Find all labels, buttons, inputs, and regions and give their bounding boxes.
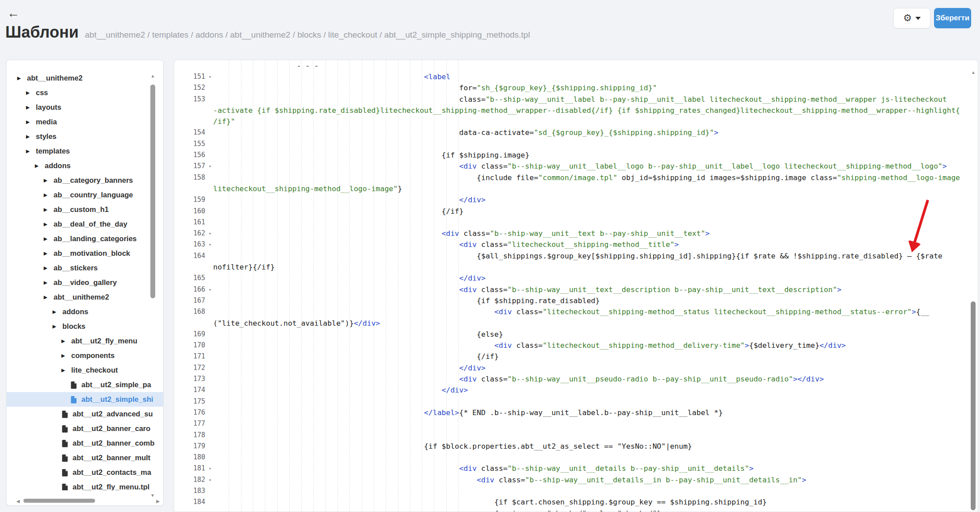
tree-folder-layouts[interactable]: ▶layouts	[7, 100, 163, 115]
tree-file-abt-ut2-contacts-ma[interactable]: abt__ut2_contacts_ma	[7, 465, 163, 480]
code-line-177[interactable]: 177	[174, 418, 978, 429]
code-line-160[interactable]: 160 {/if}	[174, 206, 978, 217]
code-line-179[interactable]: 179 {if $block.properties.abt__ut2_as_se…	[174, 441, 978, 452]
chevron-right-icon[interactable]: ▶	[26, 119, 31, 124]
fold-marker-icon[interactable]: ▾	[209, 161, 211, 172]
code-line-169[interactable]: 169 {else}	[174, 329, 978, 340]
fold-marker-icon[interactable]: ▾	[209, 228, 211, 239]
fold-marker-icon[interactable]: ▾	[209, 71, 211, 82]
tree-folder-abt-unitheme2[interactable]: ▶abt__unitheme2	[7, 71, 163, 85]
tree-folder-abt-unitheme2[interactable]: ▶abt__unitheme2	[7, 290, 163, 304]
tree-folder-lite-checkout[interactable]: ▶lite_checkout	[7, 363, 163, 377]
chevron-right-icon[interactable]: ▶	[44, 251, 49, 256]
tree-folder-ab-motivation-block[interactable]: ▶ab__motivation_block	[7, 246, 163, 261]
code-line-158[interactable]: 158 {include file="common/image.tpl" obj…	[174, 172, 978, 195]
code-line-156[interactable]: 156 {if $shipping.image}	[174, 150, 978, 161]
code-line-partial[interactable]: - - -	[174, 66, 978, 71]
chevron-right-icon[interactable]: ▶	[44, 266, 49, 270]
code-line-162[interactable]: 162▾ <div class="b--ship-way__unit__text…	[174, 228, 978, 239]
code-line-151[interactable]: 151▾ <label	[174, 71, 978, 82]
code-line-155[interactable]: 155	[174, 139, 978, 150]
code-line-165[interactable]: 165 </div>	[174, 273, 978, 284]
code-line-184[interactable]: 184 {if $cart.chosen_shipping.$group_key…	[174, 497, 978, 508]
code-line-176[interactable]: 176 </label>{* END .b--ship-way__unit__l…	[174, 407, 978, 418]
tree-folder-ab-deal-of-the-day[interactable]: ▶ab__deal_of_the_day	[7, 217, 163, 231]
tree-folder-blocks[interactable]: ▶blocks	[7, 319, 163, 334]
tree-file-abt-ut2-advanced-su[interactable]: abt__ut2_advanced_su	[7, 407, 163, 421]
tree-folder-ab-category-banners[interactable]: ▶ab__category_banners	[7, 173, 163, 188]
chevron-right-icon[interactable]: ▶	[61, 353, 67, 358]
code-line-159[interactable]: 159 </div>	[174, 194, 978, 205]
tree-folder-ab-country-language[interactable]: ▶ab__country_language	[7, 188, 163, 202]
tree-file-abt-ut2-simple-pa[interactable]: abt__ut2_simple_pa	[7, 377, 163, 392]
tree-folder-ab-video-gallery[interactable]: ▶ab__video_gallery	[7, 275, 163, 290]
tree-folder-abt-ut2-fly-menu[interactable]: ▶abt__ut2_fly_menu	[7, 334, 163, 348]
chevron-right-icon[interactable]: ▶	[53, 324, 58, 329]
tree-folder-templates[interactable]: ▶templates	[7, 144, 163, 158]
code-line-partial[interactable]: {assign var="checked" value="checked"}	[174, 508, 978, 512]
chevron-right-icon[interactable]: ▶	[17, 76, 23, 81]
chevron-right-icon[interactable]: ▶	[44, 192, 49, 197]
code-line-171[interactable]: 171 {/if}	[174, 351, 978, 362]
fold-marker-icon[interactable]: ▾	[209, 463, 211, 474]
code-line-170[interactable]: 170 <div class="litecheckout__shipping-m…	[174, 340, 978, 351]
tree-folder-components[interactable]: ▶components	[7, 348, 163, 363]
code-line-164[interactable]: 164 {$all_shippings.$group_key[$shipping…	[174, 250, 978, 273]
save-button[interactable]: Зберегти	[934, 8, 971, 28]
code-line-180[interactable]: 180	[174, 452, 978, 463]
tree-folder-media[interactable]: ▶media	[7, 115, 163, 129]
code-line-182[interactable]: 182▾ <div class="b--ship-way__unit__deta…	[174, 474, 978, 485]
sidebar-hscroll-thumb[interactable]	[23, 499, 95, 503]
chevron-right-icon[interactable]: ▶	[44, 178, 49, 183]
tree-file-abt-ut2-banner-comb[interactable]: abt__ut2_banner_comb	[7, 436, 163, 450]
tree-file-abt-ut2-fly-menu-tpl[interactable]: abt__ut2_fly_menu.tpl	[7, 480, 163, 490]
chevron-right-icon[interactable]: ▶	[26, 134, 31, 139]
tree-folder-ab-custom-h1[interactable]: ▶ab__custom_h1	[7, 202, 163, 217]
code-line-167[interactable]: 167 {if $shipping.rate_disabled}	[174, 295, 978, 306]
code-line-163[interactable]: 163▾ <div class="litecheckout__shipping-…	[174, 239, 978, 250]
tree-file-abt-ut2-banner-mult[interactable]: abt__ut2_banner_mult	[7, 450, 163, 465]
code-line-154[interactable]: 154 data-ca-activate="sd_{$group_key}_{$…	[174, 127, 978, 138]
code-line-174[interactable]: 174 </div>	[174, 385, 978, 396]
file-tree[interactable]: ▶abt__unitheme2▶css▶layouts▶media▶styles…	[7, 60, 163, 490]
tree-folder-ab-stickers[interactable]: ▶ab__stickers	[7, 261, 163, 275]
code-editor[interactable]: - - -151▾ <label152 for="sh_{$group_key}…	[174, 60, 978, 512]
code-line-152[interactable]: 152 for="sh_{$group_key}_{$shipping.ship…	[174, 82, 978, 93]
scroll-left-icon[interactable]: ◀	[16, 499, 20, 504]
code-line-153[interactable]: 153 class="b--ship-way__unit__label b--p…	[174, 94, 978, 127]
tree-file-abt-ut2-simple-shi[interactable]: abt__ut2_simple_shi	[7, 392, 163, 407]
tree-folder-addons[interactable]: ▶addons	[7, 304, 163, 319]
code-line-157[interactable]: 157▾ <div class="b--ship-way__unit__labe…	[174, 161, 978, 172]
tree-file-abt-ut2-banner-caro[interactable]: abt__ut2_banner_caro	[7, 421, 163, 436]
sidebar-horizontal-scrollbar[interactable]: ◀ ▶	[7, 497, 163, 504]
tree-folder-addons[interactable]: ▶addons	[7, 158, 163, 173]
code-line-178[interactable]: 178	[174, 430, 978, 441]
fold-marker-icon[interactable]: ▾	[209, 239, 211, 250]
code-line-172[interactable]: 172 </div>	[174, 362, 978, 373]
code-line-183[interactable]: 183	[174, 485, 978, 497]
chevron-right-icon[interactable]: ▶	[26, 90, 31, 95]
code-line-168[interactable]: 168 <div class="litecheckout__shipping-m…	[174, 306, 978, 329]
code-line-175[interactable]: 175	[174, 396, 978, 407]
tree-folder-css[interactable]: ▶css	[7, 85, 163, 100]
chevron-right-icon[interactable]: ▶	[44, 207, 49, 212]
sidebar-vertical-scrollbar[interactable]: ▲ ▼	[150, 73, 156, 78]
scroll-up-icon[interactable]: ▲	[150, 73, 156, 78]
code-line-161[interactable]: 161	[174, 217, 978, 228]
code-line-166[interactable]: 166▾ <div class="b--ship-way__unit__text…	[174, 284, 978, 295]
tree-folder-styles[interactable]: ▶styles	[7, 129, 163, 144]
chevron-right-icon[interactable]: ▶	[44, 222, 49, 227]
sidebar-vscroll-thumb[interactable]	[150, 85, 155, 298]
gear-dropdown-button[interactable]: ⚙	[893, 8, 930, 28]
chevron-right-icon[interactable]: ▶	[53, 309, 58, 314]
chevron-right-icon[interactable]: ▶	[44, 280, 49, 285]
chevron-right-icon[interactable]: ▶	[26, 105, 31, 110]
chevron-right-icon[interactable]: ▶	[61, 368, 67, 373]
fold-marker-icon[interactable]: ▾	[209, 284, 211, 295]
chevron-right-icon[interactable]: ▶	[44, 236, 49, 241]
chevron-right-icon[interactable]: ▶	[26, 149, 31, 154]
back-arrow-icon[interactable]: ←	[7, 7, 19, 19]
scroll-right-icon[interactable]: ▶	[156, 499, 160, 504]
chevron-right-icon[interactable]: ▶	[44, 295, 49, 300]
fold-marker-icon[interactable]: ▾	[209, 474, 211, 485]
